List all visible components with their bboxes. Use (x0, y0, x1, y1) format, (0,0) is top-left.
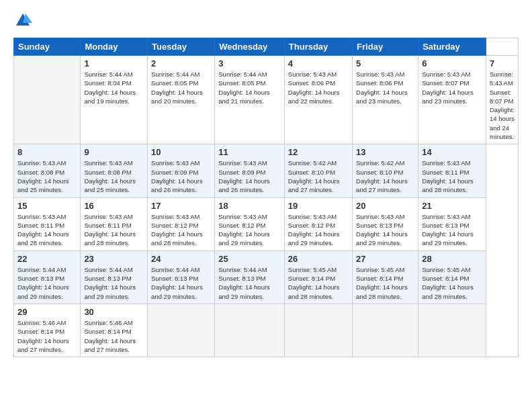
day-info: Sunrise: 5:43 AMSunset: 8:13 PMDaylight:… (356, 212, 414, 248)
day-cell-9: 9Sunrise: 5:43 AMSunset: 8:08 PMDaylight… (81, 144, 148, 197)
day-number: 14 (422, 147, 482, 157)
day-info: Sunrise: 5:43 AMSunset: 8:11 PMDaylight:… (84, 212, 144, 248)
day-cell-6: 6Sunrise: 5:43 AMSunset: 8:07 PMDaylight… (418, 56, 486, 144)
day-info: Sunrise: 5:46 AMSunset: 8:14 PMDaylight:… (84, 318, 144, 354)
week-row-1: 1Sunrise: 5:44 AMSunset: 8:04 PMDaylight… (14, 56, 519, 144)
col-header-monday: Monday (81, 38, 148, 56)
week-row-2: 8Sunrise: 5:43 AMSunset: 8:08 PMDaylight… (14, 144, 519, 197)
day-cell-19: 19Sunrise: 5:43 AMSunset: 8:12 PMDayligh… (284, 197, 352, 250)
day-number: 16 (84, 201, 144, 211)
empty-cell (215, 304, 285, 357)
day-info: Sunrise: 5:43 AMSunset: 8:09 PMDaylight:… (151, 158, 211, 194)
day-info: Sunrise: 5:44 AMSunset: 8:05 PMDaylight:… (218, 70, 281, 105)
day-info: Sunrise: 5:43 AMSunset: 8:12 PMDaylight:… (151, 212, 211, 248)
day-number: 26 (288, 254, 349, 264)
calendar-page: SundayMondayTuesdayWednesdayThursdayFrid… (0, 0, 532, 411)
day-number: 10 (151, 147, 211, 157)
col-header-saturday: Saturday (418, 38, 486, 56)
empty-cell (284, 304, 352, 357)
day-number: 8 (17, 147, 77, 157)
day-info: Sunrise: 5:43 AMSunset: 8:09 PMDaylight:… (218, 158, 281, 194)
day-info: Sunrise: 5:43 AMSunset: 8:06 PMDaylight:… (288, 70, 349, 105)
day-number: 6 (422, 58, 482, 68)
day-cell-16: 16Sunrise: 5:43 AMSunset: 8:11 PMDayligh… (81, 197, 148, 250)
day-cell-30: 30Sunrise: 5:46 AMSunset: 8:14 PMDayligh… (81, 304, 148, 357)
day-cell-13: 13Sunrise: 5:42 AMSunset: 8:10 PMDayligh… (353, 144, 418, 197)
day-cell-29: 29Sunrise: 5:46 AMSunset: 8:14 PMDayligh… (14, 304, 81, 357)
day-info: Sunrise: 5:44 AMSunset: 8:13 PMDaylight:… (218, 265, 281, 301)
day-number: 3 (218, 58, 281, 68)
day-number: 25 (218, 254, 281, 264)
day-number: 4 (288, 58, 349, 68)
day-info: Sunrise: 5:42 AMSunset: 8:10 PMDaylight:… (356, 158, 414, 194)
header-row: SundayMondayTuesdayWednesdayThursdayFrid… (14, 38, 519, 56)
day-info: Sunrise: 5:46 AMSunset: 8:14 PMDaylight:… (17, 318, 77, 354)
day-number: 29 (17, 307, 77, 317)
day-number: 15 (17, 201, 77, 211)
day-cell-10: 10Sunrise: 5:43 AMSunset: 8:09 PMDayligh… (148, 144, 215, 197)
day-cell-1: 1Sunrise: 5:44 AMSunset: 8:04 PMDaylight… (81, 56, 148, 144)
day-number: 24 (151, 254, 211, 264)
day-number: 7 (490, 58, 515, 68)
day-cell-15: 15Sunrise: 5:43 AMSunset: 8:11 PMDayligh… (14, 197, 81, 250)
day-info: Sunrise: 5:43 AMSunset: 8:13 PMDaylight:… (422, 212, 482, 248)
col-header-tuesday: Tuesday (148, 38, 215, 56)
day-cell-14: 14Sunrise: 5:43 AMSunset: 8:11 PMDayligh… (418, 144, 486, 197)
col-header-thursday: Thursday (284, 38, 352, 56)
day-info: Sunrise: 5:44 AMSunset: 8:05 PMDaylight:… (151, 70, 211, 105)
logo-icon (13, 11, 32, 30)
empty-cell (148, 304, 215, 357)
day-info: Sunrise: 5:45 AMSunset: 8:14 PMDaylight:… (422, 265, 482, 301)
day-cell-20: 20Sunrise: 5:43 AMSunset: 8:13 PMDayligh… (353, 197, 418, 250)
day-number: 2 (151, 58, 211, 68)
day-number: 18 (218, 201, 281, 211)
day-info: Sunrise: 5:43 AMSunset: 8:07 PMDaylight:… (490, 70, 515, 141)
calendar-table: SundayMondayTuesdayWednesdayThursdayFrid… (13, 38, 519, 357)
day-number: 28 (422, 254, 482, 264)
day-info: Sunrise: 5:43 AMSunset: 8:11 PMDaylight:… (17, 212, 77, 248)
day-cell-27: 27Sunrise: 5:45 AMSunset: 8:14 PMDayligh… (353, 250, 418, 304)
day-number: 9 (84, 147, 144, 157)
day-info: Sunrise: 5:42 AMSunset: 8:10 PMDaylight:… (288, 158, 349, 194)
day-cell-8: 8Sunrise: 5:43 AMSunset: 8:08 PMDaylight… (14, 144, 81, 197)
day-info: Sunrise: 5:45 AMSunset: 8:14 PMDaylight:… (288, 265, 349, 301)
day-info: Sunrise: 5:43 AMSunset: 8:06 PMDaylight:… (356, 70, 414, 105)
day-cell-2: 2Sunrise: 5:44 AMSunset: 8:05 PMDaylight… (148, 56, 215, 144)
day-number: 19 (288, 201, 349, 211)
header (13, 11, 519, 30)
day-cell-5: 5Sunrise: 5:43 AMSunset: 8:06 PMDaylight… (353, 56, 418, 144)
week-row-4: 22Sunrise: 5:44 AMSunset: 8:13 PMDayligh… (14, 250, 519, 304)
day-number: 21 (422, 201, 482, 211)
day-cell-3: 3Sunrise: 5:44 AMSunset: 8:05 PMDaylight… (215, 56, 285, 144)
day-info: Sunrise: 5:43 AMSunset: 8:11 PMDaylight:… (422, 158, 482, 194)
day-info: Sunrise: 5:44 AMSunset: 8:13 PMDaylight:… (84, 265, 144, 301)
day-number: 23 (84, 254, 144, 264)
day-cell-22: 22Sunrise: 5:44 AMSunset: 8:13 PMDayligh… (14, 250, 81, 304)
day-cell-25: 25Sunrise: 5:44 AMSunset: 8:13 PMDayligh… (215, 250, 285, 304)
empty-cell (14, 56, 81, 144)
day-info: Sunrise: 5:44 AMSunset: 8:13 PMDaylight:… (17, 265, 77, 301)
day-cell-7: 7Sunrise: 5:43 AMSunset: 8:07 PMDaylight… (486, 56, 518, 144)
day-info: Sunrise: 5:43 AMSunset: 8:08 PMDaylight:… (84, 158, 144, 194)
day-info: Sunrise: 5:44 AMSunset: 8:13 PMDaylight:… (151, 265, 211, 301)
day-number: 5 (356, 58, 414, 68)
col-header-friday: Friday (353, 38, 418, 56)
empty-cell (353, 304, 418, 357)
day-cell-18: 18Sunrise: 5:43 AMSunset: 8:12 PMDayligh… (215, 197, 285, 250)
col-header-sunday: Sunday (14, 38, 81, 56)
day-info: Sunrise: 5:43 AMSunset: 8:12 PMDaylight:… (218, 212, 281, 248)
day-cell-11: 11Sunrise: 5:43 AMSunset: 8:09 PMDayligh… (215, 144, 285, 197)
day-number: 22 (17, 254, 77, 264)
day-cell-26: 26Sunrise: 5:45 AMSunset: 8:14 PMDayligh… (284, 250, 352, 304)
day-info: Sunrise: 5:43 AMSunset: 8:07 PMDaylight:… (422, 70, 482, 105)
day-cell-21: 21Sunrise: 5:43 AMSunset: 8:13 PMDayligh… (418, 197, 486, 250)
day-number: 17 (151, 201, 211, 211)
empty-cell (418, 304, 486, 357)
day-number: 12 (288, 147, 349, 157)
day-number: 20 (356, 201, 414, 211)
day-cell-17: 17Sunrise: 5:43 AMSunset: 8:12 PMDayligh… (148, 197, 215, 250)
day-number: 13 (356, 147, 414, 157)
day-number: 30 (84, 307, 144, 317)
day-number: 27 (356, 254, 414, 264)
day-cell-28: 28Sunrise: 5:45 AMSunset: 8:14 PMDayligh… (418, 250, 486, 304)
